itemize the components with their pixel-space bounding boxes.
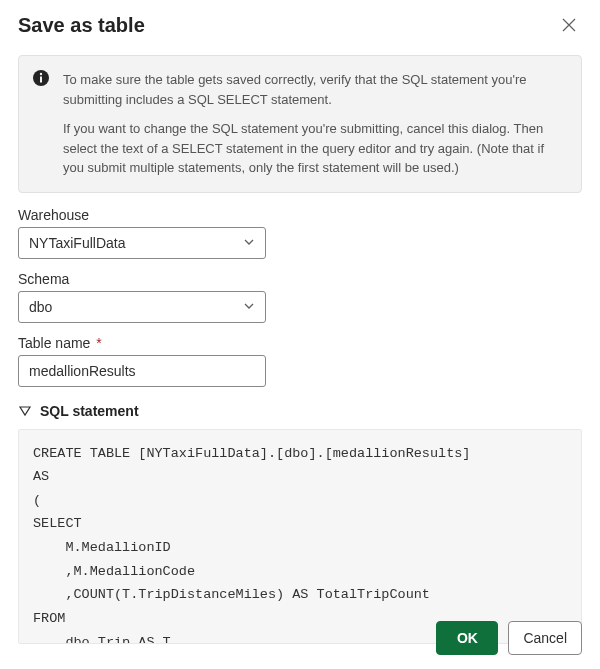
required-mark: * [96, 335, 101, 351]
warehouse-label: Warehouse [18, 207, 582, 223]
warehouse-value: NYTaxiFullData [29, 235, 125, 251]
schema-select[interactable]: dbo [18, 291, 266, 323]
sql-statement-label: SQL statement [40, 403, 139, 419]
chevron-down-icon [243, 235, 255, 251]
table-name-field: Table name * [18, 335, 582, 387]
svg-rect-1 [40, 77, 42, 83]
info-text-2: If you want to change the SQL statement … [63, 119, 565, 178]
close-button[interactable] [556, 14, 582, 39]
chevron-down-icon [243, 299, 255, 315]
svg-point-2 [40, 73, 42, 75]
expand-toggle-icon [18, 404, 32, 418]
info-text-1: To make sure the table gets saved correc… [63, 70, 565, 109]
info-banner: To make sure the table gets saved correc… [18, 55, 582, 193]
warehouse-field: Warehouse NYTaxiFullData [18, 207, 582, 259]
schema-field: Schema dbo [18, 271, 582, 323]
table-name-label: Table name * [18, 335, 582, 351]
dialog-title: Save as table [18, 14, 145, 37]
dialog-footer: OK Cancel [436, 621, 582, 655]
schema-value: dbo [29, 299, 52, 315]
ok-button[interactable]: OK [436, 621, 498, 655]
sql-code-block[interactable]: CREATE TABLE [NYTaxiFullData].[dbo].[med… [18, 429, 582, 644]
close-icon [562, 18, 576, 35]
table-name-input[interactable] [18, 355, 266, 387]
cancel-button[interactable]: Cancel [508, 621, 582, 655]
sql-statement-header[interactable]: SQL statement [18, 403, 582, 419]
warehouse-select[interactable]: NYTaxiFullData [18, 227, 266, 259]
info-icon [33, 70, 49, 86]
schema-label: Schema [18, 271, 582, 287]
